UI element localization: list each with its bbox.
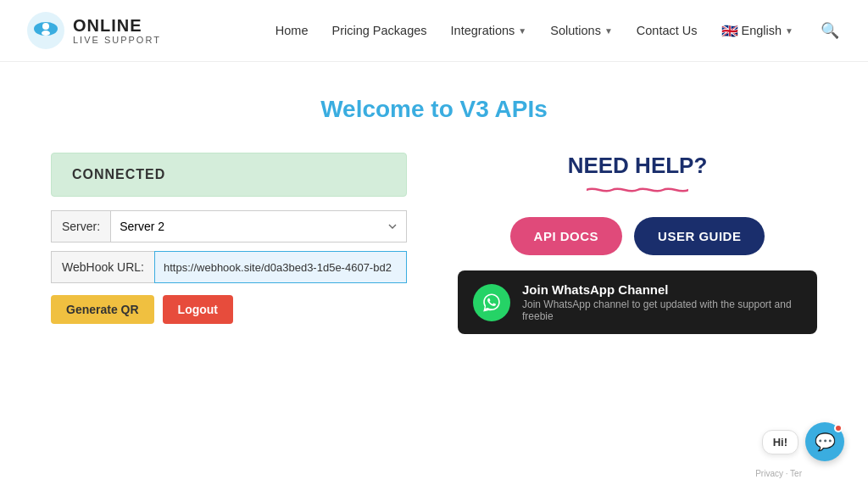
help-buttons: API DOCS USER GUIDE [458, 217, 817, 255]
whatsapp-icon [473, 284, 510, 321]
logo-online-text: ONLINE [73, 16, 161, 35]
webhook-row: WebHook URL: [51, 251, 407, 283]
whatsapp-banner[interactable]: Join WhatsApp Channel Join WhatsApp chan… [458, 270, 817, 334]
content-row: CONNECTED Server: Server 2 Server 1 Serv… [51, 153, 817, 334]
logout-button[interactable]: Logout [163, 295, 233, 324]
logo[interactable]: ONLINE LIVE SUPPORT [25, 10, 161, 51]
whatsapp-channel-title: Join WhatsApp Channel [522, 282, 802, 297]
right-panel: NEED HELP? API DOCS USER GUIDE [458, 153, 817, 334]
nav-pricing[interactable]: Pricing Packages [332, 24, 427, 37]
solutions-chevron-icon: ▼ [604, 26, 613, 36]
svg-point-5 [42, 31, 50, 36]
server-row: Server: Server 2 Server 1 Server 3 [51, 210, 407, 242]
integrations-chevron-icon: ▼ [518, 26, 526, 36]
page-title: Welcome to V3 APIs [51, 96, 817, 123]
wavy-divider [458, 184, 817, 198]
header: ONLINE LIVE SUPPORT Home Pricing Package… [0, 0, 868, 62]
whatsapp-svg [481, 292, 503, 314]
main-content: Welcome to V3 APIs CONNECTED Server: Ser… [0, 62, 868, 385]
server-select[interactable]: Server 2 Server 1 Server 3 [110, 210, 407, 242]
webhook-label: WebHook URL: [51, 251, 154, 283]
nav-language[interactable]: 🇬🇧 English ▼ [721, 23, 793, 39]
left-panel: CONNECTED Server: Server 2 Server 1 Serv… [51, 153, 407, 324]
search-icon: 🔍 [821, 22, 839, 39]
language-chevron-icon: ▼ [785, 26, 793, 36]
connected-badge: CONNECTED [51, 153, 407, 197]
logo-live-support-text: LIVE SUPPORT [73, 35, 161, 45]
flag-icon: 🇬🇧 [721, 23, 738, 39]
nav-home[interactable]: Home [275, 24, 309, 37]
webhook-input[interactable] [154, 251, 407, 283]
whatsapp-channel-sub: Join WhatsApp channel to get updated wit… [522, 298, 802, 322]
whatsapp-icon-wrap [473, 284, 510, 321]
api-docs-button[interactable]: API DOCS [510, 217, 623, 255]
need-help-title: NEED HELP? [458, 153, 817, 179]
server-label: Server: [51, 210, 110, 242]
nav-integrations[interactable]: Integrations ▼ [451, 24, 527, 37]
action-buttons: Generate QR Logout [51, 295, 407, 324]
nav: Home Pricing Packages Integrations ▼ Sol… [275, 21, 843, 40]
search-button[interactable]: 🔍 [817, 21, 843, 40]
whatsapp-text: Join WhatsApp Channel Join WhatsApp chan… [522, 282, 802, 322]
nav-contact[interactable]: Contact Us [637, 24, 698, 37]
logo-icon [25, 10, 66, 51]
nav-solutions[interactable]: Solutions ▼ [550, 24, 613, 37]
user-guide-button[interactable]: USER GUIDE [634, 217, 765, 255]
svg-point-4 [42, 23, 49, 30]
generate-qr-button[interactable]: Generate QR [51, 295, 154, 324]
